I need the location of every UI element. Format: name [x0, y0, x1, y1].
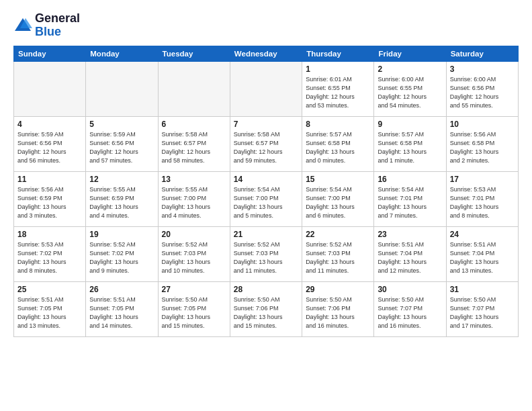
calendar-cell: 31Sunrise: 5:50 AM Sunset: 7:07 PM Dayli… [446, 281, 518, 336]
day-number: 23 [378, 230, 442, 239]
calendar-cell [14, 61, 86, 116]
day-number: 21 [234, 230, 298, 239]
day-info: Sunrise: 6:01 AM Sunset: 6:55 PM Dayligh… [306, 75, 370, 110]
day-number: 5 [89, 120, 154, 129]
calendar-cell: 5Sunrise: 5:59 AM Sunset: 6:56 PM Daylig… [86, 116, 158, 171]
day-info: Sunrise: 5:57 AM Sunset: 6:58 PM Dayligh… [306, 130, 370, 165]
day-number: 3 [450, 64, 515, 74]
day-info: Sunrise: 5:52 AM Sunset: 7:03 PM Dayligh… [234, 240, 298, 275]
day-number: 16 [378, 175, 442, 184]
day-info: Sunrise: 5:56 AM Sunset: 6:58 PM Dayligh… [450, 130, 515, 165]
calendar-cell: 9Sunrise: 5:57 AM Sunset: 6:58 PM Daylig… [374, 116, 446, 171]
calendar-cell: 7Sunrise: 5:58 AM Sunset: 6:57 PM Daylig… [230, 116, 302, 171]
day-number: 24 [450, 230, 515, 239]
calendar-header-tuesday: Tuesday [158, 46, 230, 61]
calendar-cell: 24Sunrise: 5:51 AM Sunset: 7:04 PM Dayli… [446, 226, 518, 281]
calendar-cell: 22Sunrise: 5:52 AM Sunset: 7:03 PM Dayli… [302, 226, 374, 281]
calendar-cell: 21Sunrise: 5:52 AM Sunset: 7:03 PM Dayli… [230, 226, 302, 281]
day-number: 31 [450, 285, 515, 294]
day-number: 11 [17, 175, 82, 184]
calendar-header-sunday: Sunday [14, 46, 86, 61]
calendar-cell [86, 61, 158, 116]
day-info: Sunrise: 5:59 AM Sunset: 6:56 PM Dayligh… [17, 130, 82, 165]
calendar-cell: 14Sunrise: 5:54 AM Sunset: 7:00 PM Dayli… [230, 171, 302, 226]
calendar-cell: 1Sunrise: 6:01 AM Sunset: 6:55 PM Daylig… [302, 61, 374, 116]
day-info: Sunrise: 5:58 AM Sunset: 6:57 PM Dayligh… [234, 130, 298, 165]
day-info: Sunrise: 5:50 AM Sunset: 7:05 PM Dayligh… [162, 295, 226, 330]
day-info: Sunrise: 5:52 AM Sunset: 7:03 PM Dayligh… [162, 240, 226, 275]
calendar-cell: 20Sunrise: 5:52 AM Sunset: 7:03 PM Dayli… [158, 226, 230, 281]
day-info: Sunrise: 5:54 AM Sunset: 7:00 PM Dayligh… [306, 185, 370, 220]
day-number: 9 [378, 120, 442, 129]
calendar-cell: 18Sunrise: 5:53 AM Sunset: 7:02 PM Dayli… [14, 226, 86, 281]
day-info: Sunrise: 5:53 AM Sunset: 7:02 PM Dayligh… [17, 240, 82, 275]
day-number: 30 [378, 285, 442, 294]
day-info: Sunrise: 5:56 AM Sunset: 6:59 PM Dayligh… [17, 185, 82, 220]
calendar-cell [158, 61, 230, 116]
calendar-header-thursday: Thursday [302, 46, 374, 61]
calendar-cell: 2Sunrise: 6:00 AM Sunset: 6:55 PM Daylig… [374, 61, 446, 116]
day-number: 6 [162, 120, 226, 129]
day-number: 13 [162, 175, 226, 184]
calendar-cell: 4Sunrise: 5:59 AM Sunset: 6:56 PM Daylig… [14, 116, 86, 171]
calendar-cell: 6Sunrise: 5:58 AM Sunset: 6:57 PM Daylig… [158, 116, 230, 171]
day-info: Sunrise: 5:54 AM Sunset: 7:01 PM Dayligh… [378, 185, 442, 220]
day-info: Sunrise: 5:53 AM Sunset: 7:01 PM Dayligh… [450, 185, 515, 220]
day-number: 18 [17, 230, 82, 239]
logo: General Blue [13, 12, 80, 39]
calendar-cell: 12Sunrise: 5:55 AM Sunset: 6:59 PM Dayli… [86, 171, 158, 226]
page: General Blue SundayMondayTuesdayWednesda… [0, 0, 532, 411]
day-info: Sunrise: 5:50 AM Sunset: 7:07 PM Dayligh… [450, 295, 515, 330]
calendar-header-friday: Friday [374, 46, 446, 61]
day-number: 12 [89, 175, 154, 184]
calendar-cell: 3Sunrise: 6:00 AM Sunset: 6:56 PM Daylig… [446, 61, 518, 116]
day-number: 29 [306, 285, 370, 294]
calendar-cell: 17Sunrise: 5:53 AM Sunset: 7:01 PM Dayli… [446, 171, 518, 226]
calendar-cell: 10Sunrise: 5:56 AM Sunset: 6:58 PM Dayli… [446, 116, 518, 171]
day-info: Sunrise: 5:52 AM Sunset: 7:03 PM Dayligh… [306, 240, 370, 275]
day-number: 22 [306, 230, 370, 239]
day-info: Sunrise: 5:50 AM Sunset: 7:06 PM Dayligh… [306, 295, 370, 330]
day-info: Sunrise: 5:55 AM Sunset: 7:00 PM Dayligh… [162, 185, 226, 220]
day-info: Sunrise: 5:52 AM Sunset: 7:02 PM Dayligh… [89, 240, 154, 275]
calendar-header-saturday: Saturday [446, 46, 518, 61]
calendar-cell: 26Sunrise: 5:51 AM Sunset: 7:05 PM Dayli… [86, 281, 158, 336]
day-info: Sunrise: 5:51 AM Sunset: 7:05 PM Dayligh… [89, 295, 154, 330]
calendar-week-1: 1Sunrise: 6:01 AM Sunset: 6:55 PM Daylig… [14, 61, 519, 116]
day-number: 2 [378, 64, 442, 74]
calendar-cell: 29Sunrise: 5:50 AM Sunset: 7:06 PM Dayli… [302, 281, 374, 336]
calendar-cell: 15Sunrise: 5:54 AM Sunset: 7:00 PM Dayli… [302, 171, 374, 226]
calendar-cell: 23Sunrise: 5:51 AM Sunset: 7:04 PM Dayli… [374, 226, 446, 281]
calendar-cell [230, 61, 302, 116]
calendar-cell: 28Sunrise: 5:50 AM Sunset: 7:06 PM Dayli… [230, 281, 302, 336]
day-info: Sunrise: 5:54 AM Sunset: 7:00 PM Dayligh… [234, 185, 298, 220]
day-info: Sunrise: 5:50 AM Sunset: 7:07 PM Dayligh… [378, 295, 442, 330]
calendar-cell: 25Sunrise: 5:51 AM Sunset: 7:05 PM Dayli… [14, 281, 86, 336]
calendar-week-3: 11Sunrise: 5:56 AM Sunset: 6:59 PM Dayli… [14, 171, 519, 226]
day-number: 19 [89, 230, 154, 239]
day-info: Sunrise: 5:59 AM Sunset: 6:56 PM Dayligh… [89, 130, 154, 165]
day-number: 15 [306, 175, 370, 184]
day-info: Sunrise: 6:00 AM Sunset: 6:56 PM Dayligh… [450, 75, 515, 110]
day-info: Sunrise: 5:51 AM Sunset: 7:04 PM Dayligh… [378, 240, 442, 275]
day-info: Sunrise: 5:51 AM Sunset: 7:05 PM Dayligh… [17, 295, 82, 330]
day-info: Sunrise: 5:57 AM Sunset: 6:58 PM Dayligh… [378, 130, 442, 165]
day-number: 10 [450, 120, 515, 129]
day-info: Sunrise: 5:50 AM Sunset: 7:06 PM Dayligh… [234, 295, 298, 330]
calendar-header-row: SundayMondayTuesdayWednesdayThursdayFrid… [14, 46, 519, 61]
calendar-cell: 11Sunrise: 5:56 AM Sunset: 6:59 PM Dayli… [14, 171, 86, 226]
day-number: 20 [162, 230, 226, 239]
day-number: 25 [17, 285, 82, 294]
day-number: 27 [162, 285, 226, 294]
day-number: 17 [450, 175, 515, 184]
calendar-cell: 13Sunrise: 5:55 AM Sunset: 7:00 PM Dayli… [158, 171, 230, 226]
day-number: 14 [234, 175, 298, 184]
day-info: Sunrise: 5:55 AM Sunset: 6:59 PM Dayligh… [89, 185, 154, 220]
calendar-cell: 30Sunrise: 5:50 AM Sunset: 7:07 PM Dayli… [374, 281, 446, 336]
calendar-cell: 27Sunrise: 5:50 AM Sunset: 7:05 PM Dayli… [158, 281, 230, 336]
day-info: Sunrise: 5:51 AM Sunset: 7:04 PM Dayligh… [450, 240, 515, 275]
day-number: 1 [306, 64, 370, 74]
calendar-table: SundayMondayTuesdayWednesdayThursdayFrid… [13, 46, 519, 337]
calendar-week-4: 18Sunrise: 5:53 AM Sunset: 7:02 PM Dayli… [14, 226, 519, 281]
calendar-week-5: 25Sunrise: 5:51 AM Sunset: 7:05 PM Dayli… [14, 281, 519, 336]
